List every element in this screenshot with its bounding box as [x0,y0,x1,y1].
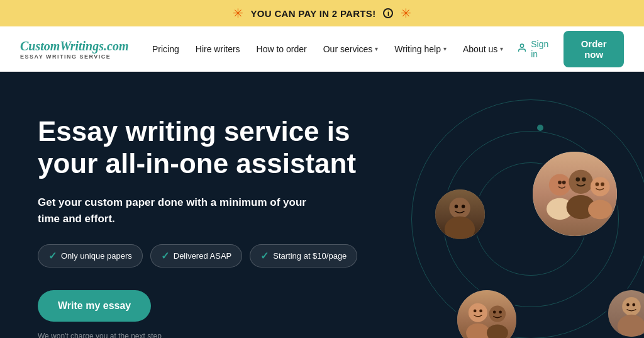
svg-point-15 [455,205,458,208]
badge-label: Delivered ASAP [174,251,232,261]
logo-sub: ESSAY WRITING SERVICE [20,54,121,60]
svg-point-14 [445,216,475,239]
svg-point-5 [591,177,610,196]
badge-delivered-asap: ✓ Delivered ASAP [150,244,243,268]
decorative-circles [342,87,644,338]
check-icon: ✓ [48,250,57,262]
nav-pricing[interactable]: Pricing [146,39,186,59]
nav-writing-help[interactable]: Writing help ▾ [388,39,453,59]
hero-section: Essay writing service is your all-in-one… [0,72,644,338]
nav-hire-writers[interactable]: Hire writers [189,39,247,59]
nav-links: Pricing Hire writers How to order Our se… [146,39,509,59]
svg-point-27 [626,303,630,306]
logo-area[interactable]: CustomWritings.com ESSAY WRITING SERVICE [20,38,121,60]
svg-point-21 [474,309,477,312]
nav-actions: Sign in Order now [509,31,624,67]
nav-how-to-order[interactable]: How to order [250,39,313,59]
user-icon [517,43,527,55]
svg-point-23 [493,310,496,313]
svg-point-16 [462,205,465,208]
svg-point-0 [521,44,524,47]
svg-point-12 [601,182,604,186]
svg-point-13 [449,198,470,218]
sign-in-label: Sign in [531,39,548,59]
check-icon: ✓ [260,250,269,262]
badge-unique-papers: ✓ Only unique papers [38,244,143,268]
chevron-down-icon: ▾ [375,45,378,52]
svg-point-25 [622,297,641,316]
banner-text: YOU CAN PAY IN 2 PARTS! [251,8,376,19]
svg-point-1 [549,174,570,195]
svg-point-11 [596,182,599,186]
hero-subtitle: Get your custom paper done with a minimu… [38,194,327,227]
write-my-essay-button[interactable]: Write my essay [38,290,151,322]
badge-starting-price: ✓ Starting at $10/page [250,244,357,268]
svg-point-10 [582,177,586,181]
svg-point-20 [487,324,508,338]
sign-in-button[interactable]: Sign in [509,34,556,64]
svg-point-17 [469,303,487,322]
badge-label: Starting at $10/page [273,251,347,261]
svg-point-3 [569,169,592,193]
star-right-icon: ✳ [401,6,411,21]
order-now-button[interactable]: Order now [564,31,624,67]
navbar: CustomWritings.com ESSAY WRITING SERVICE… [0,26,644,72]
svg-point-9 [575,177,580,181]
nav-about-us[interactable]: About us ▾ [457,39,509,59]
hero-content: Essay writing service is your all-in-one… [38,110,377,338]
avatar-large [531,150,619,238]
star-left-icon: ✳ [233,6,243,21]
svg-point-6 [588,200,612,219]
chevron-down-icon: ▾ [443,45,447,52]
svg-point-8 [562,181,566,184]
badge-label: Only unique papers [61,251,132,261]
check-icon: ✓ [161,250,169,262]
svg-point-18 [466,323,490,338]
top-banner: ✳ YOU CAN PAY IN 2 PARTS! i ✳ [0,0,644,26]
chevron-down-icon: ▾ [500,45,503,52]
avatar-medium [433,188,487,241]
hero-title: Essay writing service is your all-in-one… [38,116,377,179]
logo-text: CustomWritings.com [20,38,121,54]
nav-our-services[interactable]: Our services ▾ [317,39,385,59]
hero-badges: ✓ Only unique papers ✓ Delivered ASAP ✓ … [38,244,377,268]
hero-disclaimer: We won't charge you at the next step [38,332,377,338]
svg-point-24 [499,310,502,313]
dot-accent [537,125,543,131]
svg-point-26 [618,314,644,336]
info-icon[interactable]: i [383,8,393,18]
svg-point-19 [489,305,506,322]
svg-point-22 [479,309,482,312]
svg-point-7 [558,181,562,184]
svg-point-28 [632,303,635,306]
